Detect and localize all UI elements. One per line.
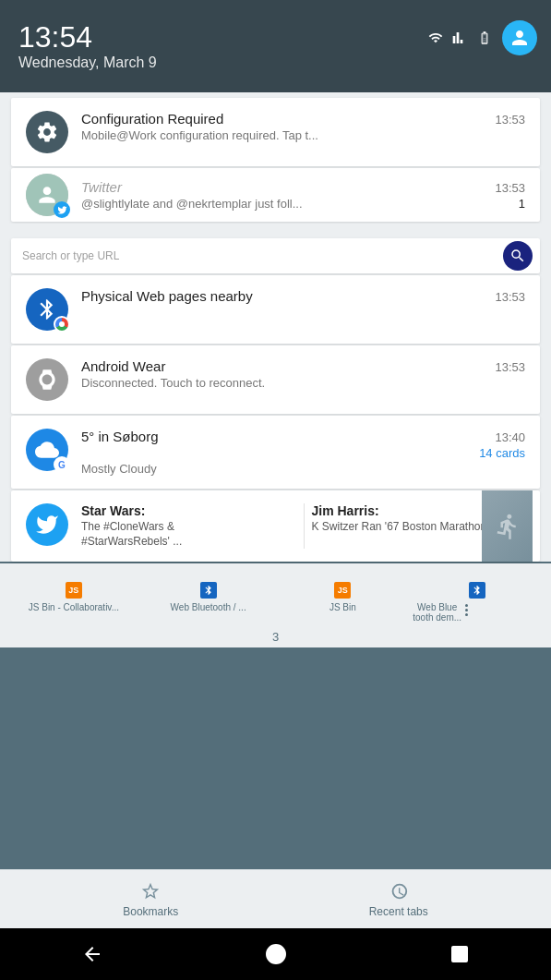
status-bar: 13:54 Wednesday, March 9 [0, 0, 551, 92]
weather-body: Mostly Cloudy [81, 462, 525, 476]
ble-title: Physical Web pages nearby [81, 288, 253, 304]
notification-config[interactable]: Configuration Required 13:53 Mobile@Work… [11, 98, 540, 166]
wear-title: Android Wear [81, 358, 165, 374]
notification-weather[interactable]: G 5° in Søborg 13:40 14 cards Mostly Clo… [11, 416, 540, 489]
bookmarks-label: Bookmarks [123, 905, 178, 918]
tab-favicon-ble [200, 582, 217, 599]
tab-webbledem[interactable]: Web Bluetooth dem... [411, 578, 544, 626]
ble-time: 13:53 [495, 290, 525, 304]
tab-label-ble: Web Bluetooth / ... [144, 602, 273, 612]
twitter-partial-content: Twitter 13:53 @slightlylate and @nekrtem… [81, 179, 525, 211]
weather-extra: 14 cards [479, 446, 525, 460]
bookmarks-btn[interactable]: Bookmarks [123, 881, 178, 918]
twitter-icon-container [26, 503, 68, 546]
weather-time: 13:40 [495, 430, 525, 444]
status-time: 13:54 Wednesday, March 9 [18, 21, 157, 70]
chrome-toolbar: Bookmarks Recent tabs [0, 869, 551, 928]
settings-icon [35, 120, 59, 144]
nav-bar [0, 928, 551, 980]
tab-jsbin2[interactable]: JS JS Bin [277, 578, 410, 626]
runner-icon [494, 508, 521, 545]
avatar[interactable] [502, 20, 537, 55]
tweets-content: Star Wars: The #CloneWars &#StarWarsRebe… [81, 503, 525, 549]
tabs-row: JS JS Bin - Collaborativ... Web Bluetoot… [0, 569, 551, 626]
wifi-icon [426, 30, 445, 45]
wear-time: 13:53 [495, 360, 525, 374]
status-icons [426, 20, 537, 55]
recent-tabs-label: Recent tabs [369, 905, 428, 918]
search-icon [509, 248, 526, 264]
tweet-right: Jim Harris: K Switzer Ran '67 Boston Mar… [304, 503, 526, 549]
back-icon [81, 943, 103, 965]
twitter-main-icon [35, 513, 59, 537]
clock: 13:54 [18, 21, 157, 54]
tweet-left: Star Wars: The #CloneWars &#StarWarsRebe… [81, 503, 304, 549]
tab-favicon-bledem [469, 582, 485, 599]
twitter-partial-body: @slightlylate and @nekrtemplar just foll… [81, 197, 525, 211]
twitter-partial-time: 13:53 [495, 181, 525, 195]
notification-android-wear[interactable]: Android Wear 13:53 Disconnected. Touch t… [11, 345, 540, 414]
battery-icon [474, 30, 495, 45]
back-button[interactable] [81, 943, 103, 965]
recent-tabs-btn[interactable]: Recent tabs [369, 881, 428, 918]
weather-title: 5° in Søborg [81, 429, 159, 444]
tab-label-jsbin1: JS Bin - Collaborativ... [9, 602, 138, 612]
weather-icon-container: G [26, 429, 68, 471]
tweet-photo [482, 490, 533, 562]
wear-content: Android Wear 13:53 Disconnected. Touch t… [81, 358, 525, 390]
search-bar-partial: Search or type URL [11, 238, 540, 273]
tab-bledem-icon [472, 585, 483, 596]
ble-icon-container [26, 288, 68, 331]
chrome-badge [54, 316, 70, 333]
twitter-avatar [26, 174, 68, 216]
tabs-count: 3 [0, 626, 551, 647]
tweet1-text: The #CloneWars &#StarWarsRebels' ... [81, 520, 296, 549]
tab-jsbin1[interactable]: JS JS Bin - Collaborativ... [7, 578, 140, 626]
notification-ble[interactable]: Physical Web pages nearby 13:53 [11, 275, 540, 344]
signal-icon [452, 30, 467, 45]
twitter-badge [54, 201, 70, 218]
tab-ble-icon [203, 585, 214, 596]
tab-favicon-jsbin2: JS [334, 582, 351, 599]
browser-area: JS JS Bin - Collaborativ... Web Bluetoot… [0, 563, 551, 647]
ble-content: Physical Web pages nearby 13:53 [81, 288, 525, 304]
star-icon [140, 881, 161, 901]
home-button[interactable] [265, 943, 287, 965]
svg-point-0 [267, 945, 285, 963]
svg-rect-1 [452, 947, 467, 962]
google-badge: G [54, 456, 70, 473]
config-title: Configuration Required [81, 111, 223, 127]
config-icon [26, 111, 68, 153]
watch-icon-container [26, 358, 68, 401]
tab-favicon-jsbin1: JS [66, 582, 82, 599]
notification-tweets[interactable]: Star Wars: The #CloneWars &#StarWarsRebe… [11, 490, 540, 562]
config-body: Mobile@Work configuration required. Tap … [81, 128, 525, 142]
date: Wednesday, March 9 [18, 54, 157, 71]
home-circle-icon [265, 943, 287, 965]
person-icon [509, 27, 531, 49]
config-time: 13:53 [495, 113, 525, 127]
twitter-partial-title: Twitter [81, 179, 122, 195]
watch-icon [35, 368, 59, 392]
recents-icon [449, 943, 471, 965]
twitter-icon-small [57, 205, 67, 215]
config-content: Configuration Required 13:53 Mobile@Work… [81, 111, 525, 142]
tab-webbluetooth[interactable]: Web Bluetooth / ... [142, 578, 275, 626]
wear-body: Disconnected. Touch to reconnect. [81, 376, 525, 390]
recents-button[interactable] [449, 943, 471, 965]
notification-twitter-partial[interactable]: Twitter 13:53 @slightlylate and @nekrtem… [11, 168, 540, 222]
tab-label-jsbin2: JS Bin [279, 602, 408, 612]
tab-label-bledem: Web Bluetooth dem... [413, 602, 542, 623]
tweet1-user: Star Wars: [81, 503, 296, 518]
weather-content: 5° in Søborg 13:40 14 cards Mostly Cloud… [81, 429, 525, 476]
clock-icon [389, 881, 409, 901]
